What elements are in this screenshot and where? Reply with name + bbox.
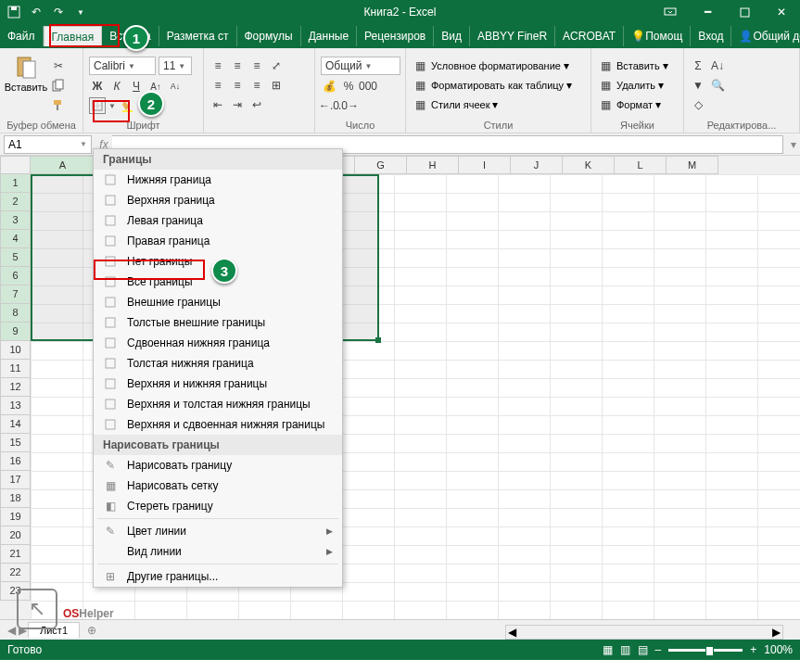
row-header[interactable]: 14 xyxy=(0,415,31,434)
row-header[interactable]: 9 xyxy=(0,323,31,341)
row-header[interactable]: 19 xyxy=(0,508,31,526)
row-header[interactable]: 11 xyxy=(0,360,31,378)
wrap-text-icon[interactable]: ↩ xyxy=(248,96,265,113)
delete-cells-button[interactable]: ▦Удалить▾ xyxy=(597,77,678,94)
col-header[interactable]: G xyxy=(355,156,407,174)
underline-icon[interactable]: Ч xyxy=(128,78,145,95)
border-option[interactable]: Правая граница xyxy=(94,231,342,251)
col-header[interactable]: H xyxy=(407,156,459,174)
comma-icon[interactable]: 000 xyxy=(360,78,376,95)
paste-button[interactable]: Вставить xyxy=(6,52,46,119)
view-page-icon[interactable]: ▥ xyxy=(620,643,630,656)
col-header[interactable]: K xyxy=(563,156,615,174)
align-bottom-icon[interactable]: ≡ xyxy=(248,57,265,74)
cell-styles-button[interactable]: ▦Стили ячеек▾ xyxy=(412,96,585,113)
horizontal-scrollbar[interactable]: ◀▶ xyxy=(505,625,783,640)
decrease-decimal-icon[interactable]: .0→ xyxy=(340,97,357,114)
row-header[interactable]: 18 xyxy=(0,489,31,508)
row-header[interactable]: 20 xyxy=(0,526,31,545)
fill-handle[interactable] xyxy=(375,337,381,343)
select-all-corner[interactable] xyxy=(0,156,31,174)
align-right-icon[interactable]: ≡ xyxy=(248,77,265,94)
border-option[interactable]: Сдвоенная нижняя граница xyxy=(94,333,342,353)
decrease-indent-icon[interactable]: ⇤ xyxy=(210,96,226,113)
row-header[interactable]: 3 xyxy=(0,211,31,230)
draw-border-option[interactable]: ◧Стереть границу xyxy=(94,496,342,516)
row-header[interactable]: 16 xyxy=(0,452,31,471)
row-header[interactable]: 5 xyxy=(0,248,31,267)
font-size-combo[interactable]: 11▼ xyxy=(159,57,192,75)
tab-layout[interactable]: Разметка ст xyxy=(159,26,237,46)
name-box[interactable]: A1▼ xyxy=(4,135,92,154)
line-style-item[interactable]: Вид линии▶ xyxy=(94,541,342,562)
col-header[interactable]: I xyxy=(459,156,511,174)
border-option[interactable]: Внешние границы xyxy=(94,292,342,312)
number-format-combo[interactable]: Общий▼ xyxy=(321,57,400,75)
border-option[interactable]: Верхняя граница xyxy=(94,190,342,210)
tab-formulas[interactable]: Формулы xyxy=(237,26,301,46)
sign-in[interactable]: Вход xyxy=(691,26,731,46)
line-color-item[interactable]: ✎Цвет линии▶ xyxy=(94,521,342,541)
merge-icon[interactable]: ⊞ xyxy=(268,77,285,94)
share-button[interactable]: 👤 Общий доступ xyxy=(731,26,800,46)
col-header[interactable]: A xyxy=(31,156,95,174)
accounting-icon[interactable]: 💰 xyxy=(321,78,337,95)
row-header[interactable]: 6 xyxy=(0,267,31,285)
undo-icon[interactable]: ↶ xyxy=(28,4,44,20)
row-header[interactable]: 4 xyxy=(0,230,31,248)
conditional-formatting-button[interactable]: ▦Условное форматирование▾ xyxy=(412,57,585,74)
col-header[interactable]: J xyxy=(511,156,563,174)
fill-icon[interactable]: ▼ xyxy=(690,77,706,94)
font-name-combo[interactable]: Calibri▼ xyxy=(89,57,156,75)
draw-border-option[interactable]: ▦Нарисовать сетку xyxy=(94,475,342,496)
bold-icon[interactable]: Ж xyxy=(89,78,106,95)
align-top-icon[interactable]: ≡ xyxy=(210,57,226,74)
insert-cells-button[interactable]: ▦Вставить▾ xyxy=(597,57,678,74)
shrink-font-icon[interactable]: A↓ xyxy=(167,78,184,95)
tab-file[interactable]: Файл xyxy=(0,26,44,46)
percent-icon[interactable]: % xyxy=(340,78,357,95)
row-header[interactable]: 17 xyxy=(0,471,31,489)
border-option[interactable]: Толстые внешние границы xyxy=(94,312,342,333)
tab-review[interactable]: Рецензиров xyxy=(357,26,434,46)
formula-expand-icon[interactable]: ▾ xyxy=(787,138,800,151)
format-as-table-button[interactable]: ▦Форматировать как таблицу▾ xyxy=(412,77,585,94)
autosum-icon[interactable]: Σ xyxy=(690,57,706,74)
zoom-slider[interactable] xyxy=(668,649,743,652)
save-icon[interactable] xyxy=(6,4,22,20)
ribbon-options-icon[interactable] xyxy=(652,0,689,24)
tab-view[interactable]: Вид xyxy=(434,26,470,46)
row-header[interactable]: 2 xyxy=(0,193,31,211)
find-icon[interactable]: 🔍 xyxy=(709,77,726,94)
redo-icon[interactable]: ↷ xyxy=(50,4,67,20)
row-header[interactable]: 21 xyxy=(0,545,31,564)
increase-decimal-icon[interactable]: ←.0 xyxy=(321,97,337,114)
row-header[interactable]: 12 xyxy=(0,378,31,397)
row-header[interactable]: 10 xyxy=(0,341,31,360)
align-center-icon[interactable]: ≡ xyxy=(229,77,246,94)
zoom-out-icon[interactable]: – xyxy=(655,643,662,656)
maximize-icon[interactable] xyxy=(726,0,763,24)
border-option[interactable]: Левая граница xyxy=(94,210,342,231)
zoom-in-icon[interactable]: + xyxy=(750,643,756,656)
border-option[interactable]: Толстая нижняя граница xyxy=(94,353,342,374)
close-icon[interactable]: ✕ xyxy=(763,0,800,24)
row-header[interactable]: 7 xyxy=(0,285,31,304)
tab-data[interactable]: Данные xyxy=(301,26,357,46)
qat-customize-icon[interactable]: ▼ xyxy=(72,4,89,20)
row-header[interactable]: 15 xyxy=(0,434,31,452)
col-header[interactable]: L xyxy=(615,156,667,174)
col-header[interactable]: M xyxy=(667,156,718,174)
border-option[interactable]: Верхняя и толстая нижняя границы xyxy=(94,394,342,414)
border-option[interactable]: Верхняя и сдвоенная нижняя границы xyxy=(94,414,342,435)
orientation-icon[interactable]: ⤢ xyxy=(268,57,285,74)
align-left-icon[interactable]: ≡ xyxy=(210,77,226,94)
increase-indent-icon[interactable]: ⇥ xyxy=(229,96,246,113)
tell-me[interactable]: 💡 Помощ xyxy=(624,26,691,46)
italic-icon[interactable]: К xyxy=(108,78,125,95)
tab-acrobat[interactable]: ACROBAT xyxy=(555,26,624,46)
cut-icon[interactable]: ✂ xyxy=(50,57,67,74)
format-painter-icon[interactable] xyxy=(50,96,67,113)
row-header[interactable]: 1 xyxy=(0,174,31,193)
view-normal-icon[interactable]: ▦ xyxy=(603,643,613,656)
